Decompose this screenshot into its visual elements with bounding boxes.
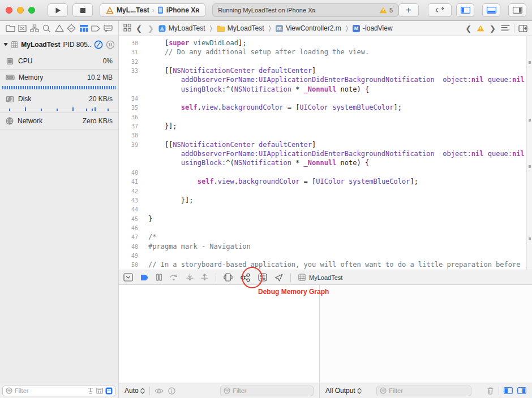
- code-line[interactable]: 34: [119, 94, 532, 103]
- debug-navigator-icon-selected[interactable]: [78, 23, 89, 34]
- console-bar: All Output Filter: [320, 383, 532, 398]
- memory-graph-icon[interactable]: [240, 273, 251, 282]
- code-line[interactable]: addObserverForName:UIApplicationDidEnter…: [119, 149, 532, 158]
- step-out-icon[interactable]: [201, 274, 208, 281]
- warning-icon[interactable]: [477, 25, 484, 32]
- project-navigator-icon[interactable]: [5, 23, 16, 34]
- view-mode-icon-selected[interactable]: [105, 387, 113, 395]
- quicklook-eye-icon[interactable]: [155, 388, 164, 394]
- pause-execution-icon[interactable]: [156, 274, 162, 281]
- trash-icon[interactable]: [487, 387, 494, 395]
- code-review-button[interactable]: [428, 3, 452, 17]
- debug-process-selector[interactable]: MyLoadTest: [298, 274, 342, 281]
- symbol-navigator-icon[interactable]: [29, 23, 40, 34]
- forward-icon[interactable]: ❯: [147, 24, 155, 33]
- navigator-toggle-button[interactable]: [456, 3, 474, 17]
- add-editor-icon[interactable]: [518, 25, 527, 32]
- add-editor-button[interactable]: +: [398, 3, 419, 17]
- right-panel-icon: [513, 7, 522, 14]
- console-filter-field[interactable]: Filter: [376, 386, 471, 396]
- source-control-navigator-icon[interactable]: [17, 23, 28, 34]
- run-button[interactable]: [48, 3, 68, 17]
- code-line[interactable]: 45}: [119, 214, 532, 223]
- code-line[interactable]: 36: [119, 113, 532, 122]
- variables-view[interactable]: [119, 285, 320, 383]
- code-line[interactable]: 35 self.view.backgroundColor = [UIColor …: [119, 103, 532, 112]
- stack-filter-icon[interactable]: [96, 387, 103, 394]
- code-line[interactable]: 44: [119, 205, 532, 214]
- editor-column: 30 [super viewDidLoad];31 // Do any addi…: [119, 36, 532, 383]
- stop-process-icon[interactable]: [106, 40, 115, 49]
- environment-overrides-icon[interactable]: [258, 273, 267, 282]
- breadcrumb-project[interactable]: MyLoadTest: [158, 24, 205, 32]
- issues-summary[interactable]: 5: [379, 7, 393, 14]
- inspector-toggle-button[interactable]: [508, 3, 526, 17]
- panel-toggles: [456, 3, 526, 17]
- gauge-filter-icon[interactable]: [87, 387, 94, 394]
- code-line[interactable]: 48#pragma mark - Navigation: [119, 242, 532, 251]
- previous-issue-icon[interactable]: ❮: [464, 24, 473, 33]
- info-icon[interactable]: [168, 387, 175, 395]
- code-line[interactable]: addObserverForName:UIApplicationDidEnter…: [119, 75, 532, 84]
- variables-scope-popup[interactable]: Auto: [125, 387, 145, 395]
- chevron-right-icon: 〉: [209, 24, 213, 33]
- breakpoint-navigator-icon[interactable]: [90, 23, 101, 34]
- simulate-location-icon[interactable]: [274, 274, 283, 282]
- code-line[interactable]: 30 [super viewDidLoad];: [119, 38, 532, 47]
- code-line[interactable]: 33 [[NSNotificationCenter defaultCenter]: [119, 66, 532, 75]
- pause-process-icon[interactable]: [94, 40, 103, 49]
- code-line[interactable]: usingBlock:^(NSNotification * _Nonnull n…: [119, 158, 532, 167]
- variables-pane-toggle-icon[interactable]: [504, 387, 513, 394]
- code-line[interactable]: 32: [119, 57, 532, 66]
- code-line[interactable]: 49: [119, 251, 532, 260]
- code-line[interactable]: 37 }];: [119, 122, 532, 131]
- hide-debug-area-icon[interactable]: [123, 273, 133, 282]
- process-row[interactable]: MyLoadTest PID 805...: [0, 36, 118, 53]
- console-scope-popup[interactable]: All Output: [325, 387, 362, 395]
- disk-gauge-row[interactable]: Disk 20 KB/s: [0, 91, 118, 107]
- network-gauge-row[interactable]: Network Zero KB/s: [0, 113, 118, 129]
- zoom-window-icon[interactable]: [28, 7, 35, 14]
- code-line[interactable]: 43 }];: [119, 196, 532, 205]
- memory-gauge-row[interactable]: Memory 10.2 MB: [0, 70, 118, 85]
- console-view[interactable]: [320, 285, 532, 383]
- scheme-selector[interactable]: MyL...Test › iPhone Xʀ: [100, 3, 205, 17]
- code-line[interactable]: 47/*: [119, 232, 532, 241]
- code-line[interactable]: 38: [119, 131, 532, 140]
- close-window-icon[interactable]: [6, 7, 12, 14]
- breadcrumb-method[interactable]: M -loadView: [353, 24, 392, 32]
- breadcrumb-file[interactable]: m ViewController2.m: [276, 24, 341, 32]
- disclosure-triangle-icon[interactable]: [3, 42, 8, 47]
- breadcrumb-group[interactable]: MyLoadTest: [217, 24, 264, 32]
- minimize-window-icon[interactable]: [17, 7, 24, 14]
- step-into-icon[interactable]: [186, 274, 194, 281]
- source-editor[interactable]: 30 [super viewDidLoad];31 // Do any addi…: [119, 36, 532, 270]
- variables-filter-field[interactable]: Filter: [220, 386, 314, 396]
- editor-scrollbar[interactable]: [526, 36, 532, 270]
- next-issue-icon[interactable]: ❯: [488, 24, 497, 33]
- test-navigator-icon[interactable]: [66, 23, 77, 34]
- back-icon[interactable]: ❮: [135, 24, 143, 33]
- debug-area-toggle-button[interactable]: [482, 3, 500, 17]
- code-line[interactable]: 50// In a storyboard-based application, …: [119, 260, 532, 269]
- code-line[interactable]: usingBlock:^(NSNotification * _Nonnull n…: [119, 85, 532, 94]
- code-line[interactable]: 40: [119, 168, 532, 177]
- minimap-list-icon[interactable]: [501, 25, 510, 32]
- code-line[interactable]: 46: [119, 223, 532, 232]
- code-line[interactable]: 31 // Do any additional setup after load…: [119, 47, 532, 57]
- view-debugger-icon[interactable]: [224, 273, 233, 282]
- find-navigator-icon[interactable]: [41, 23, 53, 34]
- stop-button[interactable]: [72, 3, 93, 17]
- code-line[interactable]: 39 [[NSNotificationCenter defaultCenter]: [119, 140, 532, 149]
- breakpoints-toggle-icon[interactable]: [140, 274, 149, 281]
- report-navigator-icon[interactable]: [102, 23, 114, 34]
- step-over-icon[interactable]: [169, 274, 179, 281]
- related-items-icon[interactable]: [123, 24, 131, 33]
- cpu-gauge-row[interactable]: CPU 0%: [0, 53, 118, 69]
- issue-navigator-icon[interactable]: [54, 23, 65, 34]
- code-line[interactable]: 41 self.view.backgroundColor = [UIColor …: [119, 177, 532, 186]
- navigator-filter-field[interactable]: Filter: [2, 386, 116, 396]
- console-pane-toggle-icon[interactable]: [517, 387, 526, 394]
- code-line[interactable]: 42: [119, 187, 532, 196]
- warning-icon: [379, 7, 387, 14]
